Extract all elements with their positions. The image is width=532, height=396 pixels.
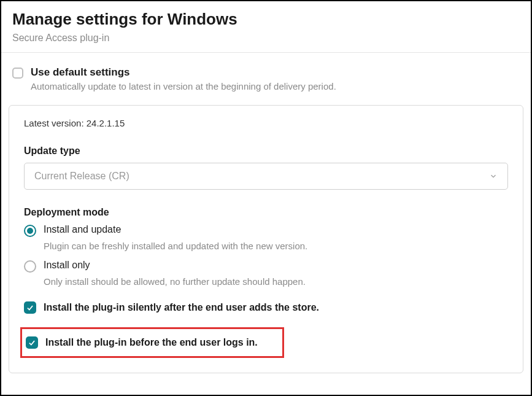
default-settings-text: Use default settings Automatically updat… [31, 66, 336, 91]
radio-install-update-description: Plugin can be freshly installed and upda… [44, 241, 508, 251]
radio-install-only-label: Install only [44, 260, 90, 271]
check-icon [26, 303, 34, 312]
latest-version-label: Latest version: 24.2.1.15 [24, 118, 508, 128]
highlight-box: Install the plug-in before the end user … [20, 327, 284, 358]
default-settings-description: Automatically update to latest in versio… [31, 81, 336, 91]
silent-install-label: Install the plug-in silently after the e… [44, 302, 319, 313]
radio-install-only-description: Only install should be allowed, no furth… [44, 276, 508, 287]
update-type-select[interactable]: Current Release (CR) [24, 163, 508, 190]
install-before-login-label: Install the plug-in before the end user … [45, 337, 258, 348]
default-settings-row: Use default settings Automatically updat… [1, 53, 531, 99]
radio-install-only[interactable]: Install only [24, 260, 508, 273]
silent-install-checkbox[interactable] [24, 301, 36, 314]
radio-install-update-input[interactable] [24, 225, 36, 237]
deployment-mode-label: Deployment mode [24, 207, 508, 218]
radio-install-only-input[interactable] [24, 260, 36, 273]
chevron-down-icon [489, 172, 498, 181]
settings-card: Latest version: 24.2.1.15 Update type Cu… [9, 105, 523, 373]
radio-install-update-label: Install and update [44, 224, 121, 235]
deployment-mode-radio-group: Install and update Plugin can be freshly… [24, 224, 508, 287]
update-type-label: Update type [24, 146, 508, 157]
default-settings-title: Use default settings [31, 66, 336, 79]
silent-install-row[interactable]: Install the plug-in silently after the e… [24, 299, 508, 316]
page-subtitle: Secure Access plug-in [12, 33, 520, 44]
page-title: Manage settings for Windows [12, 10, 520, 29]
install-before-login-row[interactable]: Install the plug-in before the end user … [25, 334, 276, 351]
update-type-value: Current Release (CR) [34, 171, 129, 182]
default-settings-checkbox[interactable] [12, 68, 23, 79]
radio-install-update[interactable]: Install and update [24, 224, 508, 237]
install-before-login-checkbox[interactable] [26, 336, 38, 349]
check-icon [28, 338, 36, 347]
header: Manage settings for Windows Secure Acces… [1, 1, 531, 53]
